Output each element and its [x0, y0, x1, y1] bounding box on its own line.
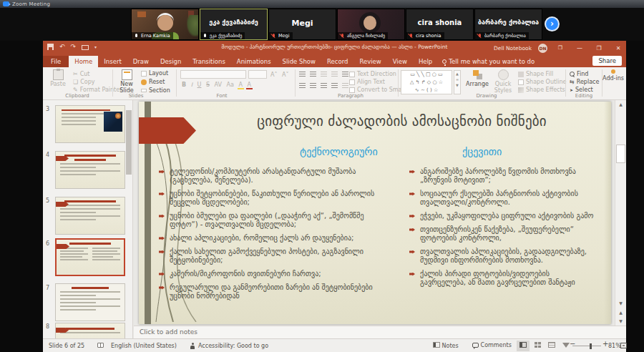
gallery-up-icon[interactable]: ▲ [454, 71, 460, 77]
slide-title[interactable]: ციფრული ძალადობის ამოსაცნობი ნიშნები [207, 113, 597, 129]
accessibility-icon[interactable] [190, 342, 195, 350]
thumbnail-slide-3[interactable] [55, 105, 125, 143]
shrink-font-icon[interactable]: A˅ [282, 72, 288, 78]
highlight-color-button[interactable]: A [238, 82, 244, 89]
tab-draw[interactable]: Draw [127, 56, 155, 67]
shape-effects-button[interactable]: Shape Effects [518, 87, 565, 93]
language-indicator[interactable]: English (United States) [111, 343, 177, 349]
arrange-button[interactable]: Arrange [465, 69, 489, 87]
shape-gallery-scroll[interactable]: ▲ = ▼ [454, 70, 461, 94]
thumbnail-slide-5[interactable] [55, 197, 125, 235]
participant-tile-megi[interactable]: Megi Megi [268, 9, 336, 40]
previous-slide-button[interactable]: ▲ [616, 308, 625, 316]
participant-tile-eka[interactable]: ეკა ქევაჩაბიძე ეკა ქევაჩაბიძე [200, 9, 268, 40]
fit-slide-button[interactable] [620, 342, 627, 349]
tab-review[interactable]: Review [353, 56, 386, 67]
next-slide-button[interactable]: ▼ [616, 317, 625, 325]
text-direction-button[interactable]: Text Direction [349, 71, 396, 77]
bullet-item[interactable]: ტელეფონის/კომპიუტერის არასტანდარტული მუშ… [159, 167, 375, 185]
view-normal-button[interactable] [517, 341, 530, 351]
participant-tile-cira[interactable]: cira shonia cira shonia [406, 9, 474, 40]
cut-button[interactable]: ✂ Cut [73, 71, 90, 77]
grow-font-icon[interactable]: A˄ [270, 72, 277, 78]
columns-button[interactable] [342, 83, 348, 88]
proofing-icon[interactable] [97, 342, 104, 348]
notes-toggle[interactable]: Notes [433, 342, 459, 349]
thumbnail-slide-6-selected[interactable] [55, 238, 125, 276]
slide-right-column-header[interactable]: ქცევითი [462, 146, 502, 157]
participant-tile-angela[interactable]: ანგელა ჩიხლაძე [337, 9, 405, 40]
numbering-button[interactable] [310, 72, 316, 77]
paste-button[interactable]: Paste [46, 69, 70, 87]
align-text-button[interactable]: Align Text [349, 79, 385, 85]
bullet-item[interactable]: კამერის/მიკროფონის თვითნებური ჩართვა; [159, 270, 375, 278]
replace-button[interactable]: ⇆ Replace [570, 79, 599, 85]
ribbon-display-options-icon[interactable]: ❐ [554, 45, 567, 51]
accessibility-status[interactable]: Accessibility: Good to go [198, 343, 268, 349]
tab-animations[interactable]: Animations [231, 56, 277, 67]
align-right-button[interactable] [321, 83, 327, 88]
strikethrough-button[interactable]: S [205, 82, 211, 88]
view-slide-sorter-button[interactable] [531, 341, 544, 351]
tab-help[interactable]: Help [413, 56, 438, 67]
bullet-item[interactable]: ქალის სახელით გამოქვეყნებული პოსტები, გა… [159, 248, 375, 265]
bullet-item[interactable]: ახალი აპლიკაციები, რომელიც ქალს არ დაუყე… [159, 234, 375, 243]
zoom-slider-knob[interactable] [590, 343, 592, 349]
thumbnail-slide-8[interactable] [55, 323, 125, 338]
account-avatar[interactable]: DN [538, 44, 547, 53]
decrease-indent-button[interactable] [321, 72, 327, 77]
font-color-button[interactable]: A [246, 82, 253, 89]
font-name-combobox[interactable] [180, 70, 246, 79]
close-button[interactable]: ✕ [612, 45, 625, 52]
thumbnail-slide-7[interactable] [55, 283, 125, 321]
restore-button[interactable]: ❐ [592, 45, 605, 52]
align-left-button[interactable] [299, 83, 306, 88]
underline-button[interactable]: U [196, 82, 203, 88]
add-ins-button[interactable]: Add-ins [602, 69, 625, 82]
copy-button[interactable]: ❏ Copy [73, 79, 94, 85]
font-size-combobox[interactable] [248, 70, 267, 79]
bullets-button[interactable] [299, 72, 306, 77]
find-button[interactable]: Find [570, 71, 588, 77]
scroll-down-arrow[interactable]: ▼ [616, 299, 625, 308]
thumbnail-scrollbar[interactable] [126, 102, 132, 336]
thumbnail-slide-4[interactable] [55, 151, 125, 189]
align-center-button[interactable] [310, 83, 316, 88]
view-reading-button[interactable] [545, 341, 558, 351]
next-participants-button[interactable]: › [545, 16, 560, 31]
bold-button[interactable]: B [180, 82, 187, 88]
bullet-item[interactable]: ქალის პირადი ფოტოების/ვიდეოების გავრცელე… [409, 270, 597, 287]
bullet-item[interactable]: უცნობი ბმულები და ფაილები („დააჭირე აქ“,… [159, 212, 375, 229]
increase-indent-button[interactable] [331, 72, 338, 77]
tab-home[interactable]: Home [69, 56, 98, 67]
bullet-item[interactable]: რეგულარული და განმეორებითი ზარები ან შეტ… [159, 283, 375, 300]
shape-fill-button[interactable]: Shape Fill [518, 71, 553, 77]
bullet-item[interactable]: თვალთვალის აპლიკაციების, გადაადგილებაზე,… [409, 248, 597, 265]
slide-right-bullet-list[interactable]: ანგარიშებზე პაროლებზე წვდომის მოთხოვნა „… [409, 167, 597, 292]
tab-insert[interactable]: Insert [98, 56, 127, 67]
tab-design[interactable]: Design [155, 56, 187, 67]
slide-scrollbar[interactable]: ▲ ▼ ▲ ▼ [615, 100, 626, 326]
zoom-percent[interactable]: 81% [608, 343, 621, 349]
layout-button[interactable]: Layout [141, 70, 168, 77]
slide-left-column-header[interactable]: ტექნოლოგიური [300, 146, 378, 157]
reset-button[interactable]: Reset [141, 79, 165, 85]
line-spacing-button[interactable] [342, 72, 348, 77]
comments-toggle[interactable]: Comments [472, 342, 512, 348]
bullet-item[interactable]: ანგარიშებზე პაროლებზე წვდომის მოთხოვნა „… [409, 167, 597, 185]
slide-left-bullet-list[interactable]: ტელეფონის/კომპიუტერის არასტანდარტული მუშ… [159, 167, 375, 305]
change-case-button[interactable]: Aa [225, 82, 235, 88]
tab-record[interactable]: Record [321, 56, 353, 67]
participant-tile-erna[interactable]: Erna Kamkia [131, 9, 199, 40]
tab-file[interactable]: File [43, 56, 69, 67]
justify-button[interactable] [331, 83, 338, 88]
new-slide-button[interactable]: New Slide [114, 69, 139, 94]
zoom-slider-track[interactable] [572, 346, 601, 346]
thumbnail-scrollbar-thumb[interactable] [126, 110, 132, 175]
tab-slide-show[interactable]: Slide Show [277, 56, 321, 67]
bullet-item[interactable]: სოციალურ ქსელებში პარტნიორის აქტივობის თ… [409, 190, 597, 207]
scroll-up-arrow[interactable]: ▲ [616, 100, 625, 109]
scrollbar-thumb[interactable] [616, 145, 625, 163]
select-button[interactable]: ➤ Select [570, 87, 593, 93]
slide-canvas[interactable]: ციფრული ძალადობის ამოსაცნობი ნიშნები ტექ… [139, 102, 611, 324]
